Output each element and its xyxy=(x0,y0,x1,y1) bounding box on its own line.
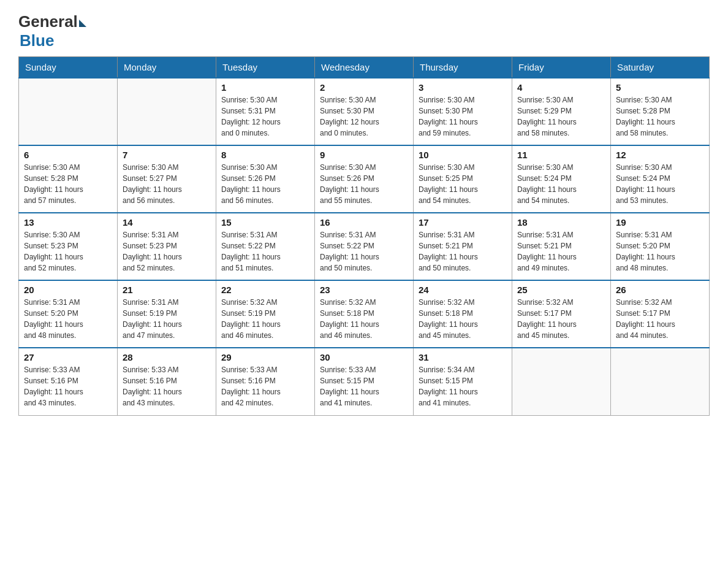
day-info: Sunrise: 5:30 AM Sunset: 5:30 PM Dayligh… xyxy=(419,94,507,139)
calendar-header-sunday: Sunday xyxy=(19,57,118,79)
day-info: Sunrise: 5:32 AM Sunset: 5:17 PM Dayligh… xyxy=(517,297,605,341)
day-number: 8 xyxy=(221,150,309,160)
day-info: Sunrise: 5:30 AM Sunset: 5:29 PM Dayligh… xyxy=(517,94,605,139)
day-number: 6 xyxy=(24,150,112,160)
calendar-cell: 25Sunrise: 5:32 AM Sunset: 5:17 PM Dayli… xyxy=(512,280,611,348)
calendar-cell: 6Sunrise: 5:30 AM Sunset: 5:28 PM Daylig… xyxy=(19,145,118,213)
day-number: 13 xyxy=(24,217,112,228)
day-number: 20 xyxy=(24,285,112,295)
day-number: 15 xyxy=(221,217,309,228)
calendar-week-2: 6Sunrise: 5:30 AM Sunset: 5:28 PM Daylig… xyxy=(19,145,710,213)
day-info: Sunrise: 5:30 AM Sunset: 5:26 PM Dayligh… xyxy=(320,162,408,206)
day-info: Sunrise: 5:32 AM Sunset: 5:18 PM Dayligh… xyxy=(419,297,507,341)
calendar-cell: 17Sunrise: 5:31 AM Sunset: 5:21 PM Dayli… xyxy=(414,213,512,280)
calendar-cell: 13Sunrise: 5:30 AM Sunset: 5:23 PM Dayli… xyxy=(19,213,118,280)
day-info: Sunrise: 5:30 AM Sunset: 5:28 PM Dayligh… xyxy=(24,162,112,206)
day-info: Sunrise: 5:31 AM Sunset: 5:22 PM Dayligh… xyxy=(221,229,309,274)
day-info: Sunrise: 5:30 AM Sunset: 5:30 PM Dayligh… xyxy=(320,94,408,139)
calendar-cell: 30Sunrise: 5:33 AM Sunset: 5:15 PM Dayli… xyxy=(315,348,414,415)
day-number: 3 xyxy=(419,82,507,93)
day-number: 12 xyxy=(616,150,704,160)
calendar-week-4: 20Sunrise: 5:31 AM Sunset: 5:20 PM Dayli… xyxy=(19,280,710,348)
calendar-cell: 27Sunrise: 5:33 AM Sunset: 5:16 PM Dayli… xyxy=(19,348,118,415)
day-info: Sunrise: 5:32 AM Sunset: 5:18 PM Dayligh… xyxy=(320,297,408,341)
calendar-cell: 14Sunrise: 5:31 AM Sunset: 5:23 PM Dayli… xyxy=(118,213,216,280)
calendar-cell xyxy=(611,348,710,415)
day-info: Sunrise: 5:30 AM Sunset: 5:25 PM Dayligh… xyxy=(419,162,507,206)
day-info: Sunrise: 5:34 AM Sunset: 5:15 PM Dayligh… xyxy=(419,364,507,408)
calendar-cell: 29Sunrise: 5:33 AM Sunset: 5:16 PM Dayli… xyxy=(216,348,315,415)
calendar-cell: 3Sunrise: 5:30 AM Sunset: 5:30 PM Daylig… xyxy=(414,78,512,145)
calendar-cell: 2Sunrise: 5:30 AM Sunset: 5:30 PM Daylig… xyxy=(315,78,414,145)
day-number: 5 xyxy=(616,82,704,93)
calendar-cell: 15Sunrise: 5:31 AM Sunset: 5:22 PM Dayli… xyxy=(216,213,315,280)
calendar-header-thursday: Thursday xyxy=(414,57,512,79)
day-number: 21 xyxy=(123,285,211,295)
day-number: 4 xyxy=(517,82,605,93)
day-number: 19 xyxy=(616,217,704,228)
day-info: Sunrise: 5:33 AM Sunset: 5:16 PM Dayligh… xyxy=(123,364,211,408)
day-number: 22 xyxy=(221,285,309,295)
calendar-cell: 12Sunrise: 5:30 AM Sunset: 5:24 PM Dayli… xyxy=(611,145,710,213)
calendar-cell: 20Sunrise: 5:31 AM Sunset: 5:20 PM Dayli… xyxy=(19,280,118,348)
calendar-header-friday: Friday xyxy=(512,57,611,79)
logo-triangle-icon xyxy=(79,20,86,27)
calendar-cell: 5Sunrise: 5:30 AM Sunset: 5:28 PM Daylig… xyxy=(611,78,710,145)
day-info: Sunrise: 5:30 AM Sunset: 5:27 PM Dayligh… xyxy=(123,162,211,206)
logo-blue-text: Blue xyxy=(20,31,54,50)
calendar-cell: 24Sunrise: 5:32 AM Sunset: 5:18 PM Dayli… xyxy=(414,280,512,348)
day-number: 31 xyxy=(419,352,507,362)
calendar-header-tuesday: Tuesday xyxy=(216,57,315,79)
logo: General Blue xyxy=(18,12,86,50)
day-info: Sunrise: 5:32 AM Sunset: 5:19 PM Dayligh… xyxy=(221,297,309,341)
day-info: Sunrise: 5:31 AM Sunset: 5:20 PM Dayligh… xyxy=(24,297,112,341)
day-number: 9 xyxy=(320,150,408,160)
day-info: Sunrise: 5:32 AM Sunset: 5:17 PM Dayligh… xyxy=(616,297,704,341)
calendar-cell: 10Sunrise: 5:30 AM Sunset: 5:25 PM Dayli… xyxy=(414,145,512,213)
day-info: Sunrise: 5:31 AM Sunset: 5:21 PM Dayligh… xyxy=(517,229,605,274)
calendar-cell: 18Sunrise: 5:31 AM Sunset: 5:21 PM Dayli… xyxy=(512,213,611,280)
day-number: 7 xyxy=(123,150,211,160)
day-info: Sunrise: 5:30 AM Sunset: 5:26 PM Dayligh… xyxy=(221,162,309,206)
day-number: 26 xyxy=(616,285,704,295)
day-number: 30 xyxy=(320,352,408,362)
day-number: 27 xyxy=(24,352,112,362)
day-info: Sunrise: 5:33 AM Sunset: 5:16 PM Dayligh… xyxy=(24,364,112,408)
calendar-cell: 4Sunrise: 5:30 AM Sunset: 5:29 PM Daylig… xyxy=(512,78,611,145)
day-number: 28 xyxy=(123,352,211,362)
day-info: Sunrise: 5:30 AM Sunset: 5:24 PM Dayligh… xyxy=(616,162,704,206)
day-info: Sunrise: 5:31 AM Sunset: 5:22 PM Dayligh… xyxy=(320,229,408,274)
day-info: Sunrise: 5:33 AM Sunset: 5:15 PM Dayligh… xyxy=(320,364,408,408)
day-number: 10 xyxy=(419,150,507,160)
day-info: Sunrise: 5:31 AM Sunset: 5:20 PM Dayligh… xyxy=(616,229,704,274)
logo-general-text: General xyxy=(18,12,78,31)
day-number: 17 xyxy=(419,217,507,228)
calendar-cell: 16Sunrise: 5:31 AM Sunset: 5:22 PM Dayli… xyxy=(315,213,414,280)
day-number: 16 xyxy=(320,217,408,228)
calendar-header-wednesday: Wednesday xyxy=(315,57,414,79)
calendar-cell: 8Sunrise: 5:30 AM Sunset: 5:26 PM Daylig… xyxy=(216,145,315,213)
calendar-cell: 26Sunrise: 5:32 AM Sunset: 5:17 PM Dayli… xyxy=(611,280,710,348)
day-info: Sunrise: 5:30 AM Sunset: 5:31 PM Dayligh… xyxy=(221,94,309,139)
calendar-week-1: 1Sunrise: 5:30 AM Sunset: 5:31 PM Daylig… xyxy=(19,78,710,145)
calendar-cell: 1Sunrise: 5:30 AM Sunset: 5:31 PM Daylig… xyxy=(216,78,315,145)
header: General Blue xyxy=(18,12,710,50)
calendar-cell: 9Sunrise: 5:30 AM Sunset: 5:26 PM Daylig… xyxy=(315,145,414,213)
day-info: Sunrise: 5:30 AM Sunset: 5:28 PM Dayligh… xyxy=(616,94,704,139)
day-number: 14 xyxy=(123,217,211,228)
calendar-header-row: SundayMondayTuesdayWednesdayThursdayFrid… xyxy=(19,57,710,79)
day-info: Sunrise: 5:30 AM Sunset: 5:23 PM Dayligh… xyxy=(24,229,112,274)
day-number: 1 xyxy=(221,82,309,93)
day-number: 25 xyxy=(517,285,605,295)
calendar-cell xyxy=(19,78,118,145)
calendar-cell: 7Sunrise: 5:30 AM Sunset: 5:27 PM Daylig… xyxy=(118,145,216,213)
calendar-cell: 22Sunrise: 5:32 AM Sunset: 5:19 PM Dayli… xyxy=(216,280,315,348)
day-number: 29 xyxy=(221,352,309,362)
day-number: 11 xyxy=(517,150,605,160)
calendar-week-5: 27Sunrise: 5:33 AM Sunset: 5:16 PM Dayli… xyxy=(19,348,710,415)
day-info: Sunrise: 5:30 AM Sunset: 5:24 PM Dayligh… xyxy=(517,162,605,206)
calendar-week-3: 13Sunrise: 5:30 AM Sunset: 5:23 PM Dayli… xyxy=(19,213,710,280)
day-number: 24 xyxy=(419,285,507,295)
calendar-header-monday: Monday xyxy=(118,57,216,79)
day-number: 18 xyxy=(517,217,605,228)
